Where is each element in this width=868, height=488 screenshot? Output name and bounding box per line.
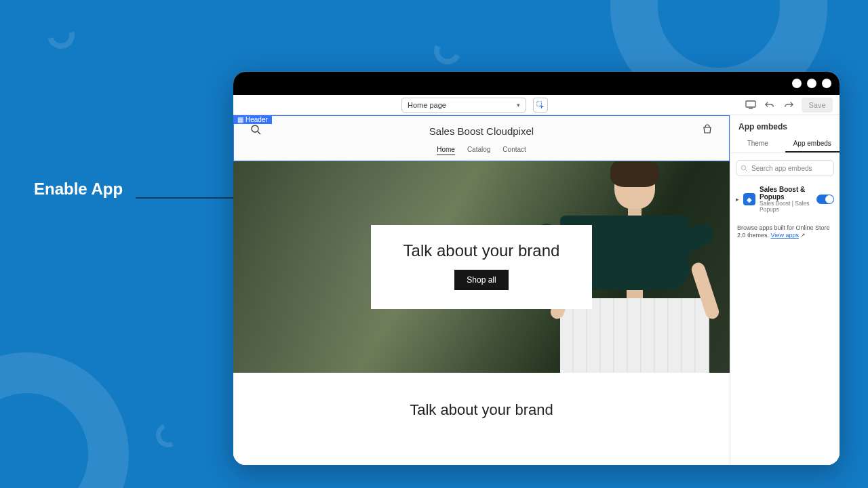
search-icon[interactable]: [250, 124, 261, 138]
grid-icon: ▦: [237, 116, 243, 123]
window-control-max-icon[interactable]: [807, 79, 816, 88]
window-control-min-icon[interactable]: [792, 79, 802, 88]
svg-line-8: [745, 169, 747, 171]
bg-ring2-icon: [0, 352, 129, 488]
section2-heading: Talk about your brand: [233, 401, 730, 419]
svg-rect-4: [749, 108, 753, 109]
app-embed-row[interactable]: ▸ ◆ Sales Boost & Popups Sales Boost | S…: [736, 186, 834, 214]
enable-app-label: Enable App: [34, 180, 123, 199]
cart-icon[interactable]: [702, 124, 713, 138]
app-subtitle: Sales Boost | Sales Popups: [760, 201, 812, 214]
tab-theme[interactable]: Theme: [730, 136, 785, 152]
page-selector[interactable]: Home page ▾: [401, 98, 526, 113]
app-name: Sales Boost & Popups: [760, 186, 812, 201]
panel-note: Browse apps built for Online Store 2.0 t…: [737, 224, 833, 240]
bg-arc2-icon: [430, 33, 465, 68]
search-placeholder: Search app embeds: [751, 165, 812, 172]
caret-down-icon: ▾: [517, 102, 520, 108]
view-apps-link[interactable]: View apps: [771, 232, 799, 239]
hero-heading: Talk about your brand: [403, 241, 560, 260]
hero-section[interactable]: Talk about your brand Shop all: [233, 161, 730, 373]
tab-app-embeds[interactable]: App embeds: [785, 136, 840, 152]
page-selector-label: Home page: [408, 101, 446, 109]
shop-all-button[interactable]: Shop all: [454, 270, 508, 290]
cursor-select-icon: [536, 101, 545, 109]
svg-rect-3: [746, 101, 755, 107]
bg-arc-icon: [43, 17, 80, 54]
external-link-icon: ↗: [800, 232, 806, 240]
editor-toolbar: Home page ▾ Save: [233, 95, 840, 115]
store-nav: Home Catalog Contact: [234, 142, 729, 161]
nav-home[interactable]: Home: [437, 146, 455, 155]
svg-point-5: [252, 125, 258, 132]
save-button[interactable]: Save: [802, 98, 833, 113]
nav-contact[interactable]: Contact: [502, 146, 526, 155]
bg-arc3-icon: [153, 420, 184, 451]
redo-icon[interactable]: [783, 99, 795, 111]
store-title: Sales Boost Cloudpixel: [429, 125, 534, 137]
undo-icon[interactable]: [764, 99, 776, 111]
app-logo-icon: ◆: [743, 193, 755, 205]
store-header-section[interactable]: ▦ Header Sales Boost Cloudpixel Home Cat…: [233, 115, 730, 161]
chevron-right-icon: ▸: [736, 196, 739, 203]
panel-tabs: Theme App embeds: [730, 136, 840, 153]
panel-heading: App embeds: [730, 115, 840, 136]
section-tag: ▦ Header: [233, 115, 272, 124]
rich-text-section[interactable]: Talk about your brand: [233, 373, 730, 447]
inspector-button[interactable]: [533, 98, 548, 113]
desktop-view-icon[interactable]: [745, 99, 757, 111]
search-app-embeds[interactable]: Search app embeds: [736, 160, 834, 176]
theme-preview[interactable]: ▦ Header Sales Boost Cloudpixel Home Cat…: [233, 115, 730, 465]
window-titlebar: [233, 72, 840, 95]
svg-point-7: [741, 165, 745, 169]
app-enable-toggle[interactable]: [816, 195, 834, 204]
hero-card: Talk about your brand Shop all: [371, 225, 593, 309]
app-embeds-panel: App embeds Theme App embeds Search app e…: [730, 115, 840, 465]
search-icon: [741, 165, 748, 172]
browser-window: Home page ▾ Save ▦ Head: [233, 72, 840, 465]
svg-line-6: [258, 131, 260, 134]
window-control-close-icon[interactable]: [822, 79, 831, 88]
nav-catalog[interactable]: Catalog: [467, 146, 490, 155]
